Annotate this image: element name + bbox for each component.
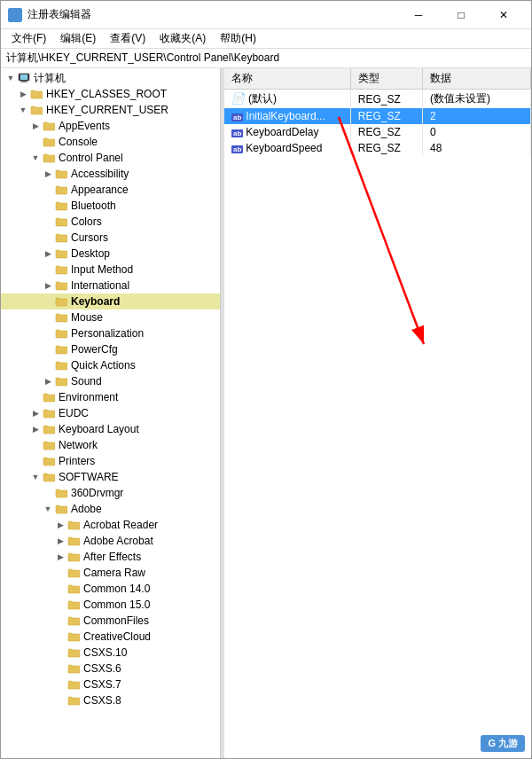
tree-toggle-icon[interactable]: ▼ [29,471,42,483]
tree-node-desktop[interactable]: ▶Desktop [1,246,220,262]
tree-toggle-icon[interactable] [54,583,66,595]
tree-node-hkcu[interactable]: ▼HKEY_CURRENT_USER [1,102,220,118]
close-button[interactable]: ✕ [483,2,524,28]
tree-node-accessibility[interactable]: ▶Accessibility [1,166,220,182]
tree-node-adobeacrobat[interactable]: ▶Adobe Acrobat [1,533,220,549]
tree-node-powercfg[interactable]: PowerCfg [1,341,220,357]
minimize-button[interactable]: ─ [398,2,439,28]
tree-toggle-icon[interactable] [29,136,42,148]
tree-toggle-icon[interactable]: ▶ [29,407,42,419]
maximize-button[interactable]: □ [441,2,481,28]
tree-node-software[interactable]: ▼SOFTWARE [1,469,220,485]
tree-node-hkcr[interactable]: ▶HKEY_CLASSES_ROOT [1,86,220,102]
menu-item-menu-help[interactable]: 帮助(H) [213,29,263,48]
folder-icon [54,486,68,500]
tree-node-commonfiles[interactable]: CommonFiles [1,613,220,629]
tree-node-colors[interactable]: Colors [1,214,220,230]
tree-toggle-icon[interactable]: ▼ [29,152,42,164]
tree-toggle-icon[interactable]: ▶ [42,279,54,292]
tree-toggle-icon[interactable]: ▶ [54,535,66,547]
tree-toggle-icon[interactable]: ▶ [54,519,66,531]
tree-toggle-icon[interactable]: ▶ [54,551,66,563]
tree-node-keyboard[interactable]: Keyboard [1,293,220,309]
tree-toggle-icon[interactable] [42,311,54,324]
menu-item-menu-file[interactable]: 文件(F) [4,29,53,48]
tree-toggle-icon[interactable] [42,487,54,499]
tree-node-360drvmgr[interactable]: 360Drvmgr [1,485,220,501]
tree-toggle-icon[interactable]: ▼ [17,104,29,116]
tree-toggle-icon[interactable] [29,455,42,467]
tree-toggle-icon[interactable] [42,295,54,308]
tree-node-mouse[interactable]: Mouse [1,309,220,325]
table-row[interactable]: abInitialKeyboard...REG_SZ2 [224,108,531,124]
tree-pane[interactable]: ▼计算机▶HKEY_CLASSES_ROOT▼HKEY_CURRENT_USER… [1,68,221,758]
tree-toggle-icon[interactable] [29,439,42,451]
tree-node-cursors[interactable]: Cursors [1,230,220,246]
tree-node-eudc[interactable]: ▶EUDC [1,405,220,421]
tree-toggle-icon[interactable]: ▶ [17,88,29,100]
tree-toggle-icon[interactable] [42,359,54,372]
folder-icon [54,342,68,356]
tree-node-csxs6[interactable]: CSXS.6 [1,661,220,677]
tree-toggle-icon[interactable]: ▼ [4,72,17,84]
tree-toggle-icon[interactable]: ▶ [29,120,42,132]
tree-node-controlpanel[interactable]: ▼Control Panel [1,150,220,166]
tree-toggle-icon[interactable]: ▶ [42,247,54,260]
tree-toggle-icon[interactable] [54,678,66,691]
tree-node-inputmethod[interactable]: Input Method [1,262,220,278]
menu-item-menu-favorites[interactable]: 收藏夹(A) [153,29,213,48]
tree-node-appearance[interactable]: Appearance [1,182,220,198]
tree-toggle-icon[interactable] [29,391,42,403]
tree-node-sound[interactable]: ▶Sound [1,373,220,389]
tree-toggle-icon[interactable] [42,184,54,196]
tree-toggle-icon[interactable] [54,614,66,627]
tree-toggle-icon[interactable] [54,599,66,611]
tree-node-environment[interactable]: Environment [1,389,220,405]
cell-type: REG_SZ [350,140,422,156]
tree-toggle-icon[interactable] [42,231,54,244]
menu-item-menu-edit[interactable]: 编辑(E) [53,29,103,48]
cell-name: abKeyboardDelay [224,124,350,140]
tree-node-csxs8[interactable]: CSXS.8 [1,692,220,708]
tree-node-international[interactable]: ▶International [1,278,220,293]
tree-node-aftereffects[interactable]: ▶After Effects [1,549,220,565]
tree-toggle-icon[interactable] [42,215,54,228]
tree-toggle-icon[interactable] [42,200,54,212]
tree-node-common140[interactable]: Common 14.0 [1,581,220,597]
tree-toggle-icon[interactable] [42,327,54,340]
tree-node-appevents[interactable]: ▶AppEvents [1,118,220,134]
table-row[interactable]: abKeyboardSpeedREG_SZ48 [224,140,531,156]
tree-node-quickactions[interactable]: Quick Actions [1,357,220,373]
tree-toggle-icon[interactable]: ▶ [42,168,54,180]
tree-node-csxs10[interactable]: CSXS.10 [1,645,220,661]
tree-toggle-icon[interactable] [54,567,66,579]
tree-toggle-icon[interactable] [42,263,54,276]
tree-toggle-icon[interactable] [54,662,66,675]
table-row[interactable]: 📄(默认)REG_SZ(数值未设置) [224,90,531,109]
tree-node-personalization[interactable]: Personalization [1,325,220,341]
tree-toggle-icon[interactable] [54,694,66,707]
tree-node-creativecloud[interactable]: CreativeCloud [1,629,220,645]
tree-toggle-icon[interactable]: ▶ [29,423,42,435]
tree-node-network[interactable]: Network [1,437,220,453]
tree-node-printers[interactable]: Printers [1,453,220,469]
col-data-header: 数据 [423,68,531,90]
tree-toggle-icon[interactable] [42,343,54,356]
tree-node-keyboardlayout[interactable]: ▶Keyboard Layout [1,421,220,437]
tree-node-acrobatreader[interactable]: ▶Acrobat Reader [1,517,220,533]
folder-icon [54,183,68,197]
tree-node-common150[interactable]: Common 15.0 [1,597,220,613]
tree-node-bluetooth[interactable]: Bluetooth [1,198,220,214]
tree-node-computer[interactable]: ▼计算机 [1,70,220,86]
tree-toggle-icon[interactable]: ▼ [42,503,54,515]
tree-node-cameraraw[interactable]: Camera Raw [1,565,220,581]
tree-toggle-icon[interactable]: ▶ [42,375,54,387]
tree-node-csxs7[interactable]: CSXS.7 [1,677,220,692]
tree-node-label: CSXS.8 [83,694,121,707]
tree-toggle-icon[interactable] [54,646,66,659]
tree-toggle-icon[interactable] [54,630,66,643]
tree-node-console[interactable]: Console [1,134,220,150]
table-row[interactable]: abKeyboardDelayREG_SZ0 [224,124,531,140]
tree-node-adobe[interactable]: ▼Adobe [1,501,220,517]
menu-item-menu-view[interactable]: 查看(V) [103,29,153,48]
